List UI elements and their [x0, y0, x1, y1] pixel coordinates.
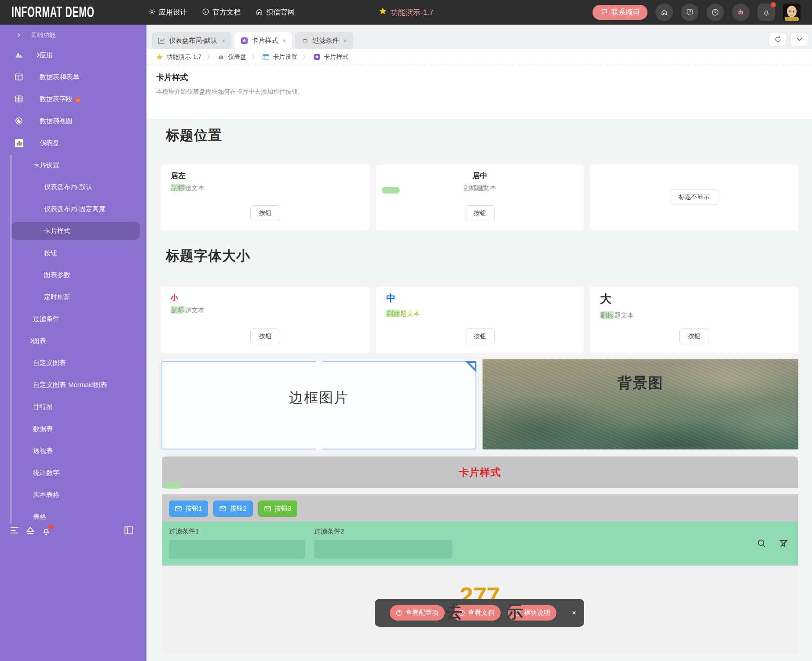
user-avatar[interactable]	[783, 4, 801, 21]
view-config-button[interactable]: 查看配置项	[390, 605, 445, 621]
robot-icon	[737, 8, 745, 16]
help-button[interactable]	[706, 4, 724, 21]
breadcrumb-card-style[interactable]: 卡片样式	[314, 53, 348, 61]
sidebar-item-dashboard-layout-default[interactable]: 仪表盘布局-默认	[0, 176, 146, 198]
control-button-3[interactable]: 按钮3	[258, 500, 297, 517]
card-style-demo: 卡片样式 按钮1 按钮2 按钮3	[162, 456, 798, 654]
search-icon[interactable]	[757, 538, 766, 548]
notifications-button[interactable]	[757, 4, 775, 21]
card-size-small: 小 副标题文本 按钮	[161, 287, 370, 353]
sidebar-item-stat-number[interactable]: 统计数字	[0, 462, 146, 484]
contact-advisor-button[interactable]: 联系顾问	[593, 5, 647, 20]
nav-docs[interactable]: 官方文档	[202, 8, 241, 17]
breadcrumb: 功能演示-1.7 》 仪表盘 》 卡片设置 》 卡片样式	[146, 49, 812, 65]
top-nav: 应用设计 官方文档 织信官网	[148, 8, 294, 17]
tab-card-style[interactable]: 卡片样式 ×	[234, 32, 292, 49]
card-title: 居中	[376, 171, 584, 181]
card-button[interactable]: 按钮	[465, 205, 495, 221]
tab-dashboard-layout-default[interactable]: 仪表盘布局-默认 ×	[152, 32, 231, 49]
sidebar-item-gantt[interactable]: 甘特图	[0, 396, 146, 418]
card-button[interactable]: 标题不显示	[670, 189, 718, 205]
filter-input-1[interactable]	[169, 540, 305, 559]
home-icon	[660, 8, 668, 16]
sidebar-item-custom-charts[interactable]: 自定义图表	[0, 352, 146, 374]
subtitle-highlight: 副标	[171, 184, 185, 191]
chevron-right-icon	[62, 74, 67, 80]
card-button[interactable]: 按钮	[250, 329, 280, 344]
breadcrumb-dashboard[interactable]: 仪表盘	[218, 53, 246, 61]
divider	[162, 488, 798, 494]
control-button-2[interactable]: 按钮2	[213, 500, 252, 517]
breadcrumb-app[interactable]: 功能演示-1.7	[156, 53, 201, 61]
close-icon[interactable]: ×	[282, 37, 286, 44]
breadcrumb-card-settings[interactable]: 卡片设置	[263, 53, 297, 61]
feedback-button[interactable]	[681, 4, 699, 21]
sidebar-item-app[interactable]: 应用	[0, 44, 146, 66]
sidebar-item-button[interactable]: 按钮	[0, 242, 146, 264]
card-button[interactable]: 按钮	[465, 329, 495, 344]
tab-menu-button[interactable]	[790, 32, 808, 47]
sidebar-item-basic-functions[interactable]: 基础功能	[0, 26, 146, 44]
refresh-button[interactable]	[769, 32, 786, 47]
close-icon[interactable]: ×	[222, 37, 225, 44]
sidebar-item-card-style[interactable]: 卡片样式	[0, 220, 146, 242]
feedback-icon	[686, 8, 694, 16]
card-title-hidden: 标题不显示	[590, 164, 798, 230]
home-button[interactable]	[655, 4, 673, 21]
page-content: 标题位置 居左 副标题文本 按钮 居中 副标 副标题文本 按钮 标题不显示 标题…	[146, 119, 812, 661]
mountain-icon	[14, 50, 24, 60]
logo[interactable]: INFORMAT DEMO	[0, 0, 146, 25]
sidebar-item-table[interactable]: 表格	[0, 506, 146, 528]
nav-app-design[interactable]: 应用设计	[148, 8, 187, 17]
sidebar-item-chart-params[interactable]: 图表参数	[0, 264, 146, 286]
notification-badge	[771, 2, 776, 7]
card-button[interactable]: 按钮	[679, 329, 709, 344]
panel-toggle-icon[interactable]	[124, 526, 134, 537]
page-title: 卡片样式	[156, 72, 812, 83]
bar-chart-icon	[218, 54, 225, 61]
fire-icon	[74, 95, 81, 103]
table-fields-icon	[14, 94, 24, 104]
close-icon[interactable]: ×	[572, 609, 576, 617]
sidebar-item-dashboard[interactable]: 仪表盘	[0, 132, 146, 154]
sidebar-item-table-fields[interactable]: 数据表字段	[0, 88, 146, 110]
mail-icon	[264, 506, 271, 511]
assistant-button[interactable]	[732, 4, 750, 21]
mail-icon	[219, 506, 226, 511]
sidebar-item-tables-forms[interactable]: 数据表和表单	[0, 66, 146, 88]
filter-off-icon[interactable]	[779, 538, 788, 548]
breadcrumb-separator: 》	[303, 53, 308, 61]
sidebar-item-dashboard-layout-fixed[interactable]: 仪表盘布局-固定高度	[0, 198, 146, 220]
question-circle-icon	[711, 8, 719, 16]
sidebar-item-charts[interactable]: 图表	[0, 330, 146, 352]
filter-bar: 过滤条件1 过滤条件2	[162, 522, 798, 566]
sidebar-item-card-settings[interactable]: 卡片设置	[0, 154, 146, 176]
sidebar-item-filter-conditions[interactable]: 过滤条件	[0, 308, 146, 330]
chevron-down-icon	[797, 37, 802, 41]
close-icon[interactable]: ×	[343, 37, 347, 44]
sidebar-item-script-table[interactable]: 脚本表格	[0, 484, 146, 506]
bell-icon[interactable]	[41, 526, 51, 537]
header-right: 联系顾问	[593, 0, 801, 25]
sidebar-menu: 基础功能 应用 数据表和表单 数据表字段 数据表视图	[0, 25, 146, 528]
sidebar-item-table-views[interactable]: 数据表视图	[0, 110, 146, 132]
card-title-left: 居左 副标题文本 按钮	[161, 164, 370, 230]
chevron-right-icon	[36, 52, 40, 58]
filter-input-2[interactable]	[314, 540, 452, 559]
corner-fold-icon	[465, 361, 476, 372]
nav-official-site[interactable]: 织信官网	[256, 8, 294, 17]
sidebar-item-custom-charts-mermaid[interactable]: 自定义图表-Mermaid图表	[0, 374, 146, 396]
menu-collapse-icon[interactable]	[10, 526, 19, 537]
sidebar-item-data-table[interactable]: 数据表	[0, 418, 146, 440]
refresh-icon	[774, 36, 782, 43]
eject-icon[interactable]	[26, 526, 35, 537]
control-button-1[interactable]: 按钮1	[169, 500, 208, 517]
sidebar-item-pivot-table[interactable]: 透视表	[0, 440, 146, 462]
sidebar-item-timed-refresh[interactable]: 定时刷新	[0, 286, 146, 308]
obscured-text: 去	[446, 601, 462, 623]
card-size-large: 大 副标题文本 按钮	[590, 287, 798, 353]
card-button[interactable]: 按钮	[250, 205, 280, 221]
chevron-right-icon	[29, 338, 34, 343]
control-buttons: 按钮1 按钮2 按钮3	[169, 500, 297, 517]
tab-filter-conditions[interactable]: 过滤条件 ×	[295, 32, 353, 49]
